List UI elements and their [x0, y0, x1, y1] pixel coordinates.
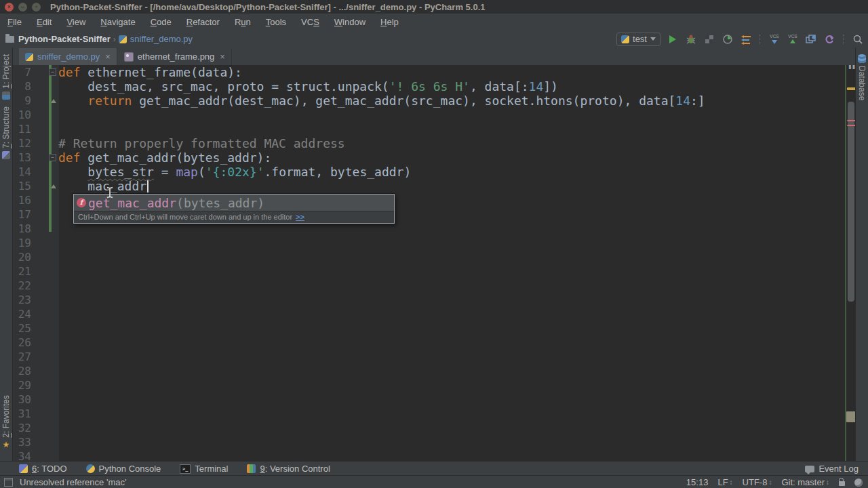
menu-code[interactable]: Code	[143, 17, 179, 27]
tab-list: sniffer_demo.py×ethernet_frame.png×	[12, 47, 868, 66]
status-widget-git-master[interactable]: Git: master↕	[781, 477, 829, 487]
line-number: 18	[12, 222, 31, 236]
code-line-20[interactable]: 20	[12, 250, 856, 264]
code-line-9[interactable]: 9 return get_mac_addr(dest_mac), get_mac…	[12, 94, 856, 108]
code-line-33[interactable]: 33	[12, 435, 856, 449]
rollback-icon[interactable]	[823, 33, 835, 45]
window-minimize-icon[interactable]: –	[18, 3, 27, 12]
code-line-26[interactable]: 26	[12, 336, 856, 350]
breadcrumb-project[interactable]: Python-Packet-Sniffer	[18, 34, 111, 44]
autocomplete-item[interactable]: f get_mac_addr (bytes_addr)	[74, 195, 394, 211]
image-file-icon	[124, 52, 134, 62]
lock-icon[interactable]	[839, 481, 845, 486]
code-line-19[interactable]: 19	[12, 236, 856, 250]
code-line-7[interactable]: 7−def ethernet_frame(data):	[12, 65, 856, 79]
menu-vcs[interactable]: VCS	[294, 17, 327, 27]
run-icon[interactable]	[667, 33, 679, 45]
tab-ethernet_frame.png[interactable]: ethernet_frame.png×	[118, 48, 232, 65]
gutter-cell: −	[31, 154, 58, 161]
code-line-8[interactable]: 8 dest_mac, src_mac, proto = struct.unpa…	[12, 79, 856, 94]
window-close-icon[interactable]: ×	[5, 3, 14, 12]
status-widget-utf-8[interactable]: UTF-8↕	[743, 477, 772, 487]
debug-icon[interactable]	[685, 33, 697, 45]
code-line-13[interactable]: 13−def get_mac_addr(bytes_addr):	[12, 150, 856, 165]
event-log-button-area: Event Log	[805, 464, 859, 474]
code-line-31[interactable]: 31	[12, 407, 856, 421]
code-line-30[interactable]: 30	[12, 392, 856, 407]
inspections-hector-icon[interactable]	[854, 479, 863, 487]
menu-tools[interactable]: Tools	[258, 17, 294, 27]
toggle-stripes-icon[interactable]	[4, 478, 13, 487]
code-line-10[interactable]: 10	[12, 108, 856, 122]
python-file-icon	[119, 35, 127, 43]
tool-window-button-2-favorites[interactable]: 2: Favorites★	[1, 395, 11, 449]
tab-sniffer_demo.py[interactable]: sniffer_demo.py×	[19, 48, 117, 65]
line-number: 30	[12, 392, 31, 407]
search-icon[interactable]	[852, 33, 864, 45]
code-line-15[interactable]: 15 mac_addr	[12, 179, 856, 193]
project-icon	[2, 92, 10, 100]
compare-icon[interactable]	[805, 33, 817, 45]
code-line-29[interactable]: 29	[12, 378, 856, 392]
code-line-23[interactable]: 23	[12, 293, 856, 307]
tool-window-button-terminal[interactable]: >_Terminal	[180, 464, 228, 474]
menu-refactor[interactable]: Refactor	[179, 17, 227, 27]
window-maximize-icon[interactable]: ▫	[32, 3, 41, 12]
vertical-scrollbar[interactable]	[848, 102, 854, 302]
status-widget-15-13[interactable]: 15:13	[686, 477, 709, 487]
menu-file[interactable]: File	[0, 17, 29, 27]
tool-window-button-database[interactable]: Database	[857, 54, 867, 100]
tool-window-button-7-structure[interactable]: 7: Structure	[1, 106, 11, 159]
menu-window[interactable]: Window	[327, 17, 373, 27]
todo-stripe-mark[interactable]	[846, 411, 856, 422]
right-margin-guide	[845, 65, 846, 461]
code-text: def ethernet_frame(data):	[58, 65, 242, 79]
run-configuration-label: test	[633, 34, 647, 44]
vcs-update-icon[interactable]: VCS	[768, 33, 781, 45]
svg-text:VCS: VCS	[788, 34, 797, 39]
run-configuration-select[interactable]: test	[616, 33, 660, 46]
profile-icon[interactable]	[722, 33, 734, 45]
analysis-status-icon[interactable]: ▮▮	[848, 65, 854, 70]
code-line-25[interactable]: 25	[12, 321, 856, 336]
code-line-24[interactable]: 24	[12, 307, 856, 321]
menu-navigate[interactable]: Navigate	[93, 17, 142, 27]
code-editor[interactable]: 7−def ethernet_frame(data):8 dest_mac, s…	[12, 65, 856, 461]
menu-help[interactable]: Help	[373, 17, 406, 27]
code-line-12[interactable]: 12# Return properly formatted MAC addres…	[12, 136, 856, 150]
code-line-11[interactable]: 11	[12, 122, 856, 136]
code-line-21[interactable]: 21	[12, 264, 856, 279]
tool-window-button-event-log[interactable]: Event Log	[805, 464, 859, 474]
code-line-27[interactable]: 27	[12, 350, 856, 364]
line-number: 34	[12, 449, 31, 461]
menu-edit[interactable]: Edit	[29, 17, 59, 27]
terminal-icon: >_	[180, 464, 191, 474]
coverage-icon[interactable]	[703, 33, 715, 45]
gutter-arrow-icon[interactable]	[51, 184, 56, 188]
vcs-commit-icon[interactable]: VCS	[787, 33, 799, 45]
menu-run[interactable]: Run	[227, 17, 258, 27]
code-line-28[interactable]: 28	[12, 364, 856, 378]
concurrency-icon[interactable]	[740, 33, 752, 45]
line-number: 24	[12, 307, 31, 321]
tool-window-button-6-todo[interactable]: 6: TODO	[19, 464, 67, 474]
gutter-arrow-icon[interactable]	[51, 99, 56, 103]
menu-view[interactable]: View	[59, 17, 93, 27]
fold-collapse-icon[interactable]: −	[49, 68, 56, 76]
code-line-18[interactable]: 18	[12, 222, 856, 236]
close-tab-icon[interactable]: ×	[220, 52, 225, 62]
python-icon	[621, 35, 629, 43]
hint-more-link[interactable]: >>	[296, 213, 304, 221]
fold-collapse-icon[interactable]: −	[49, 154, 56, 161]
tool-window-button-1-project[interactable]: 1: Project	[1, 54, 11, 100]
code-line-32[interactable]: 32	[12, 421, 856, 435]
close-tab-icon[interactable]: ×	[105, 52, 111, 62]
tool-window-button-9-version-control[interactable]: 9: Version Control	[247, 464, 330, 474]
python-console-icon	[86, 464, 95, 473]
tool-window-button-python-console[interactable]: Python Console	[86, 464, 161, 474]
code-line-34[interactable]: 34	[12, 449, 856, 461]
breadcrumb-file[interactable]: sniffer_demo.py	[130, 34, 193, 44]
status-widget-lf[interactable]: LF↕	[717, 477, 732, 487]
code-line-14[interactable]: 14 bytes_str = map('{:02x}'.format, byte…	[12, 165, 856, 179]
code-line-22[interactable]: 22	[12, 279, 856, 293]
